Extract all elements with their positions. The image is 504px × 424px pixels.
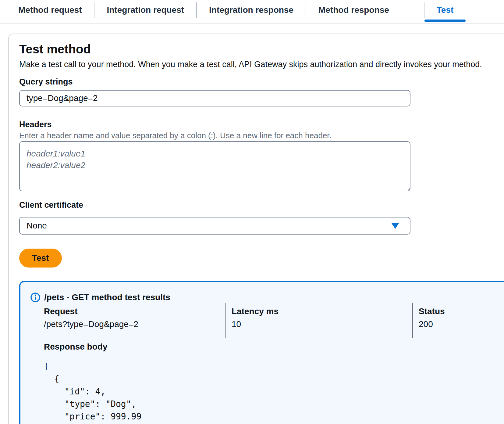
headers-textarea[interactable] [19, 141, 410, 191]
headers-field: Headers Enter a header name and value se… [19, 120, 504, 191]
client-certificate-label: Client certificate [19, 200, 504, 210]
info-icon [30, 292, 41, 303]
tab-method-response[interactable]: Method response [306, 0, 424, 23]
test-button[interactable]: Test [19, 249, 62, 268]
latency-value: 10 [232, 320, 412, 329]
client-certificate-value: None [27, 221, 47, 231]
test-results-panel: /pets - GET method test results Request … [19, 281, 504, 424]
headers-helper-text: Enter a header name and value separated … [19, 131, 504, 140]
query-strings-field: Query strings [19, 77, 504, 106]
tab-integration-response[interactable]: Integration response [197, 0, 306, 23]
tab-test[interactable]: Test [424, 0, 466, 23]
test-method-card: Test method Make a test call to your met… [8, 34, 504, 424]
method-tabs: Method request Integration request Integ… [0, 0, 504, 23]
request-value: /pets?type=Dog&page=2 [44, 320, 225, 329]
response-body-label: Response body [44, 343, 504, 351]
page-title: Test method [19, 42, 504, 56]
tab-integration-request[interactable]: Integration request [94, 0, 196, 23]
headers-label: Headers [19, 120, 504, 129]
chevron-down-icon [392, 223, 399, 229]
results-header: /pets - GET method test results [30, 292, 504, 303]
query-strings-input[interactable] [19, 90, 410, 106]
client-certificate-select[interactable]: None [19, 217, 410, 235]
status-value: 200 [419, 320, 504, 329]
status-label: Status [419, 307, 504, 316]
result-request: Request /pets?type=Dog&page=2 [30, 303, 225, 338]
results-summary-row: Request /pets?type=Dog&page=2 Latency ms… [30, 303, 504, 338]
results-title: /pets - GET method test results [44, 292, 170, 303]
latency-label: Latency ms [232, 307, 412, 316]
response-body: [ { "id": 4, "type": "Dog", "price": 999… [44, 360, 504, 424]
result-latency: Latency ms 10 [225, 303, 412, 338]
client-certificate-field: Client certificate None [19, 200, 504, 235]
panel-description: Make a test call to your method. When yo… [19, 59, 504, 69]
request-label: Request [44, 307, 225, 316]
tab-method-request[interactable]: Method request [6, 0, 94, 23]
result-status: Status 200 [412, 303, 504, 338]
query-strings-label: Query strings [19, 77, 504, 86]
